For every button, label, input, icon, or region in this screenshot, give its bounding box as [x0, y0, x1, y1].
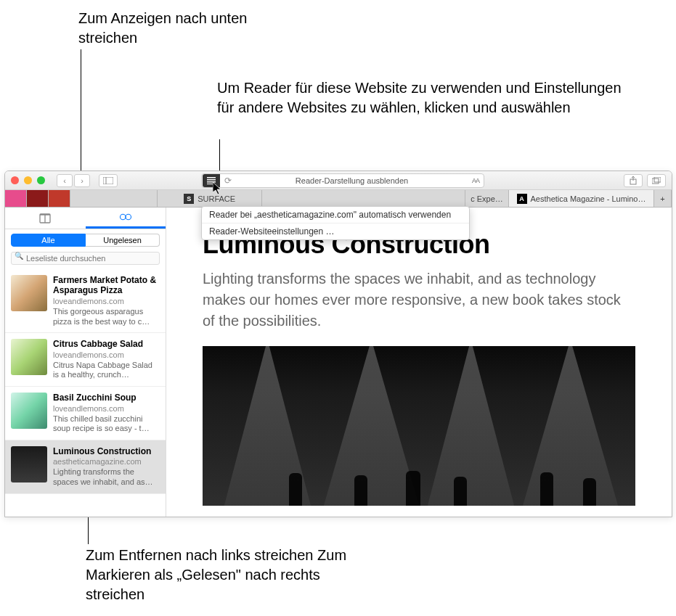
right-toolbar	[624, 174, 666, 187]
callout-reader: Um Reader für diese Website zu verwenden…	[217, 78, 624, 118]
maximize-window-button[interactable]	[37, 176, 45, 184]
list-item[interactable]: Basil Zucchini Soup loveandlemons.com Th…	[5, 387, 166, 440]
tab-favorite-2[interactable]	[27, 190, 49, 207]
item-title: Citrus Cabbage Salad	[53, 339, 160, 349]
sidebar: Alle Ungelesen Farmers Market Potato & A…	[5, 208, 166, 517]
reading-list[interactable]: Farmers Market Potato & Asparagus Pizza …	[5, 269, 166, 517]
segment-all[interactable]: Alle	[11, 234, 86, 247]
refresh-icon[interactable]: ⟳	[224, 176, 232, 186]
back-button[interactable]: ‹	[57, 174, 73, 187]
tab-favicon: S	[184, 194, 194, 204]
dropdown-auto-reader[interactable]: Reader bei „aestheticamagazine.com" auto…	[202, 207, 469, 223]
url-text: Reader-Darstellung ausblenden	[232, 176, 472, 185]
share-button[interactable]	[624, 174, 643, 187]
thumbnail	[11, 339, 47, 375]
close-window-button[interactable]	[11, 176, 19, 184]
svg-point-10	[120, 214, 126, 220]
window-controls	[11, 176, 45, 184]
reader-content[interactable]: Luminous Construction Lighting transform…	[166, 208, 672, 517]
item-domain: loveandlemons.com	[53, 297, 160, 305]
bookmarks-tab[interactable]	[5, 208, 86, 229]
sidebar-tabs	[5, 208, 166, 229]
callout-swipe-actions: Zum Entfernen nach links streichen Zum M…	[86, 546, 362, 604]
list-item-selected[interactable]: Luminous Construction aestheticamagazine…	[5, 440, 166, 494]
tab-favorite-4[interactable]	[70, 190, 158, 207]
tab-bar: S SURFACE c Expe… A Aesthetica Magazine …	[5, 190, 672, 208]
svg-rect-2	[207, 177, 216, 178]
reader-dropdown-menu: Reader bei „aestheticamagazine.com" auto…	[201, 206, 470, 240]
sidebar-toggle-button[interactable]	[99, 174, 118, 187]
svg-rect-7	[652, 178, 659, 184]
reading-list-tab[interactable]	[86, 208, 166, 229]
tab-favorite-3[interactable]	[49, 190, 70, 207]
new-tab-button[interactable]: +	[654, 190, 672, 207]
item-title: Farmers Market Potato & Asparagus Pizza	[53, 275, 160, 296]
item-description: This chilled basil zucchini soup recipe …	[53, 414, 160, 435]
minimize-window-button[interactable]	[24, 176, 32, 184]
item-description: Lighting transforms the spaces we inhabi…	[53, 467, 160, 488]
item-description: This gorgeous asparagus pizza is the bes…	[53, 307, 160, 327]
dropdown-reader-settings[interactable]: Reader-Websiteeinstellungen …	[202, 223, 469, 239]
callout-line	[219, 139, 220, 172]
item-domain: aestheticamagazine.com	[53, 457, 160, 466]
thumbnail	[11, 393, 47, 429]
forward-button[interactable]: ›	[74, 174, 90, 187]
content-area: Alle Ungelesen Farmers Market Potato & A…	[5, 208, 672, 517]
tabs-overview-button[interactable]	[647, 174, 666, 187]
font-size-button[interactable]: AA	[472, 177, 479, 184]
search-row	[5, 251, 166, 269]
thumbnail	[11, 446, 47, 482]
url-bar[interactable]: ⟳ Reader-Darstellung ausblenden AA	[201, 173, 484, 188]
tab-expe[interactable]: c Expe…	[465, 190, 509, 207]
item-title: Luminous Construction	[53, 446, 160, 456]
svg-rect-3	[207, 179, 216, 181]
svg-rect-8	[654, 177, 661, 182]
callout-swipe-down: Zum Anzeigen nach unten streichen	[78, 9, 282, 48]
segment-control: Alle Ungelesen	[5, 229, 166, 251]
svg-rect-5	[207, 184, 213, 184]
titlebar: ‹ › ⟳ Reader-Darstellung ausblenden AA	[5, 171, 672, 190]
cursor-icon	[213, 182, 224, 197]
tab-label: Aesthetica Magazine - Lumino…	[531, 194, 646, 203]
svg-point-11	[126, 214, 131, 220]
svg-rect-0	[103, 177, 113, 184]
item-domain: loveandlemons.com	[53, 350, 160, 359]
article-lede: Lighting transforms the spaces we inhabi…	[203, 268, 635, 332]
item-description: Citrus Napa Cabbage Salad is a healthy, …	[53, 361, 160, 381]
tab-empty[interactable]	[262, 190, 465, 207]
tab-aesthetica[interactable]: A Aesthetica Magazine - Lumino…	[509, 190, 654, 207]
thumbnail	[11, 275, 47, 311]
list-item[interactable]: Citrus Cabbage Salad loveandlemons.com C…	[5, 333, 166, 387]
item-domain: loveandlemons.com	[53, 404, 160, 413]
tab-label: c Expe…	[471, 194, 503, 203]
tab-favicon: A	[517, 194, 527, 204]
list-item[interactable]: Farmers Market Potato & Asparagus Pizza …	[5, 269, 166, 333]
safari-window: ‹ › ⟳ Reader-Darstellung ausblenden AA	[4, 171, 672, 517]
tab-surface[interactable]: S SURFACE	[158, 190, 262, 207]
tab-favorite-1[interactable]	[5, 190, 27, 207]
search-input[interactable]	[11, 252, 160, 265]
article-image	[203, 346, 635, 506]
nav-buttons: ‹ ›	[57, 174, 90, 187]
segment-unread[interactable]: Ungelesen	[86, 234, 160, 247]
item-title: Basil Zucchini Soup	[53, 393, 160, 403]
